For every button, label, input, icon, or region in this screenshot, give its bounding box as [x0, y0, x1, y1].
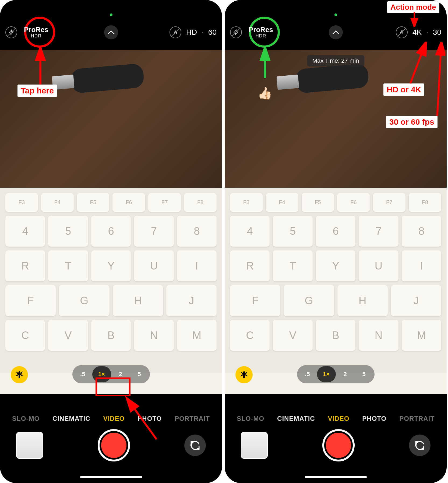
prores-badge[interactable]: ProRes HDR [249, 26, 273, 38]
prores-label: ProRes [24, 26, 48, 34]
last-capture-thumbnail[interactable] [16, 432, 43, 459]
macro-mode-icon[interactable] [235, 366, 253, 383]
mode-slomo[interactable]: SLO-MO [12, 415, 40, 422]
zoom-0-5x-button[interactable]: .5 [298, 366, 317, 382]
resolution-label[interactable]: 4K [412, 28, 422, 37]
prores-badge[interactable]: ProRes HDR [24, 26, 48, 38]
zoom-1x-button[interactable]: 1× [92, 366, 111, 382]
switch-camera-icon[interactable] [184, 435, 206, 456]
mode-selector[interactable]: SLO-MO CINEMATIC VIDEO PHOTO PORTRAIT [0, 415, 222, 422]
bottom-controls [0, 426, 222, 464]
record-button[interactable] [322, 429, 355, 461]
action-mode-icon[interactable] [170, 26, 181, 38]
flash-off-icon[interactable] [5, 26, 17, 38]
phone-left: ProRes HDR HD · 60 F3F4F5F6F7F8 45678 RT… [0, 0, 222, 483]
zoom-selector: .5 1× 2 5 [72, 365, 150, 383]
privacy-indicator-dot [110, 13, 112, 16]
viewfinder[interactable]: F3F4F5F6F7F8 45678 RTYUI FGHJ CVBNM Max … [225, 50, 447, 394]
viewfinder[interactable]: F3F4F5F6F7F8 45678 RTYUI FGHJ CVBNM .5 1… [0, 50, 222, 394]
mode-portrait[interactable]: PORTRAIT [175, 415, 210, 422]
phone-right: ProRes HDR 4K · 30 F3F4F5F6F7F8 45678 RT… [225, 0, 447, 483]
resolution-label[interactable]: HD [186, 28, 197, 37]
zoom-1x-button[interactable]: 1× [317, 366, 336, 382]
mode-selector[interactable]: SLO-MO CINEMATIC VIDEO PHOTO PORTRAIT [225, 415, 447, 422]
mode-cinematic[interactable]: CINEMATIC [277, 415, 315, 422]
record-button[interactable] [98, 429, 130, 461]
mode-photo[interactable]: PHOTO [362, 415, 386, 422]
privacy-indicator-dot [334, 13, 337, 16]
camera-top-bar: ProRes HDR 4K · 30 [225, 22, 447, 43]
macro-mode-icon[interactable] [11, 366, 28, 383]
usb-drive [70, 63, 145, 94]
svg-point-0 [175, 30, 176, 31]
thumbs-up-icon: 👍🏻 [257, 86, 272, 100]
prores-label: ProRes [249, 26, 273, 34]
hdr-label: HDR [249, 34, 273, 39]
mode-cinematic[interactable]: CINEMATIC [52, 415, 90, 422]
camera-top-bar: ProRes HDR HD · 60 [0, 22, 222, 43]
mode-video[interactable]: VIDEO [103, 415, 125, 422]
svg-point-3 [401, 30, 402, 31]
chevron-up-icon[interactable] [329, 25, 343, 39]
home-indicator[interactable] [80, 476, 142, 478]
keyboard-object: F3F4F5F6F7F8 45678 RTYUI FGHJ CVBNM [0, 188, 222, 394]
switch-camera-icon[interactable] [409, 435, 431, 456]
hdr-label: HDR [24, 34, 48, 39]
max-time-badge: Max Time: 27 min [307, 55, 365, 66]
usb-drive [295, 63, 369, 94]
annotation-actionmode-label: Action mode [387, 1, 439, 13]
home-indicator[interactable] [305, 476, 367, 478]
flash-off-icon[interactable] [230, 26, 242, 38]
bottom-controls [225, 426, 447, 464]
separator-dot: · [202, 29, 203, 36]
zoom-2x-button[interactable]: 2 [111, 366, 130, 382]
zoom-5x-button[interactable]: 5 [355, 366, 373, 382]
action-mode-icon[interactable] [396, 26, 408, 38]
mode-video[interactable]: VIDEO [328, 415, 350, 422]
desk-surface [225, 50, 447, 188]
zoom-selector: .5 1× 2 5 [297, 365, 375, 383]
desk-surface [0, 50, 222, 188]
zoom-2x-button[interactable]: 2 [336, 366, 355, 382]
fps-label[interactable]: 60 [208, 28, 217, 37]
keyboard-object: F3F4F5F6F7F8 45678 RTYUI FGHJ CVBNM [225, 188, 447, 394]
separator-dot: · [426, 29, 428, 36]
mode-portrait[interactable]: PORTRAIT [399, 415, 435, 422]
mode-slomo[interactable]: SLO-MO [237, 415, 264, 422]
zoom-5x-button[interactable]: 5 [130, 366, 149, 382]
chevron-up-icon[interactable] [104, 25, 118, 39]
zoom-0-5x-button[interactable]: .5 [73, 366, 92, 382]
fps-label[interactable]: 30 [433, 28, 441, 37]
mode-photo[interactable]: PHOTO [137, 415, 162, 422]
last-capture-thumbnail[interactable] [241, 432, 268, 459]
